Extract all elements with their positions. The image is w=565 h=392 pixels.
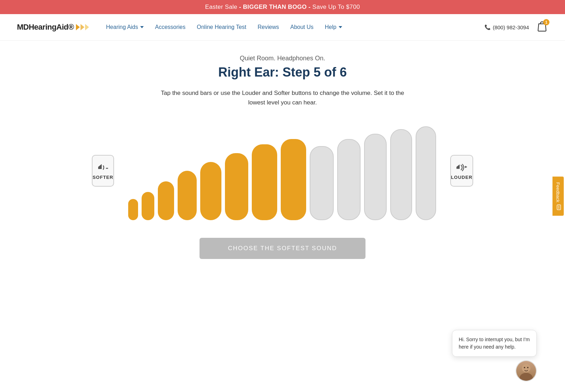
sound-bars: [128, 121, 436, 220]
page-title: Right Ear: Step 5 of 6: [218, 65, 347, 80]
sound-bar-8[interactable]: [310, 146, 334, 220]
promo-banner: Easter Sale - BIGGER THAN BOGO - Save Up…: [0, 0, 565, 14]
nav-links: Hearing Aids Accessories Online Hearing …: [106, 24, 484, 30]
nav-link-online-hearing-test[interactable]: Online Hearing Test: [197, 24, 246, 30]
banner-text-end: Save Up To $700: [311, 4, 360, 10]
arrow-3: [85, 24, 89, 30]
logo-symbol: ®: [69, 23, 74, 31]
sound-bar-0[interactable]: [128, 199, 138, 220]
sound-bar-12[interactable]: [416, 126, 436, 220]
sound-bar-4[interactable]: [200, 162, 221, 220]
banner-text-normal: Easter Sale: [205, 4, 237, 10]
softer-button[interactable]: SOFTER: [92, 155, 114, 187]
page-subtitle: Quiet Room. Headphones On.: [240, 55, 325, 62]
main-content: Quiet Room. Headphones On. Right Ear: St…: [0, 41, 565, 280]
nav-right: 📞 (800) 982-3094 1: [484, 20, 548, 34]
nav-link-reviews[interactable]: Reviews: [257, 24, 279, 30]
navbar: MDHearingAid® Hearing Aids Accessories O…: [0, 14, 565, 41]
logo[interactable]: MDHearingAid®: [17, 23, 89, 32]
svg-marker-0: [98, 164, 102, 169]
phone-icon: 📞: [484, 24, 490, 30]
sound-bar-5[interactable]: [225, 153, 248, 220]
svg-point-11: [558, 207, 559, 207]
arrow-2: [81, 24, 84, 30]
arrow-1: [76, 24, 80, 30]
softer-icon: [97, 162, 109, 173]
cart-button[interactable]: 1: [536, 20, 548, 34]
chevron-down-icon-help: [339, 26, 342, 28]
choose-sound-button[interactable]: Choose the softest sound: [200, 238, 365, 259]
sound-bar-6[interactable]: [252, 144, 277, 220]
sound-bar-1[interactable]: [142, 192, 154, 220]
nav-link-accessories[interactable]: Accessories: [155, 24, 185, 30]
instructions-text: Tap the sound bars or use the Louder and…: [159, 88, 406, 107]
chevron-down-icon: [140, 26, 144, 28]
sound-bar-10[interactable]: [364, 134, 387, 220]
logo-arrows: [75, 24, 89, 30]
logo-text: MDHearingAid®: [17, 23, 74, 32]
feedback-icon: [555, 204, 561, 210]
nav-link-hearing-aids[interactable]: Hearing Aids: [106, 24, 144, 30]
louder-button[interactable]: LOUDER: [450, 155, 473, 187]
svg-marker-2: [457, 164, 460, 169]
sound-bar-9[interactable]: [337, 139, 361, 220]
louder-icon: [455, 162, 468, 173]
feedback-tab[interactable]: Feedback: [552, 176, 564, 216]
sound-bar-3[interactable]: [178, 171, 197, 220]
feedback-label: Feedback: [555, 182, 561, 202]
nav-link-help[interactable]: Help: [325, 24, 342, 30]
phone-number: 📞 (800) 982-3094: [484, 24, 529, 30]
svg-point-12: [558, 208, 559, 209]
sound-section: SOFTER LOUDER: [124, 121, 441, 220]
nav-link-about-us[interactable]: About Us: [290, 24, 314, 30]
sound-bar-7[interactable]: [281, 139, 306, 220]
cart-badge: 1: [543, 19, 549, 25]
sound-bar-2[interactable]: [158, 181, 174, 220]
sound-bar-11[interactable]: [390, 129, 412, 220]
banner-text-bold: - BIGGER THAN BOGO -: [237, 4, 310, 10]
svg-point-10: [558, 206, 559, 206]
